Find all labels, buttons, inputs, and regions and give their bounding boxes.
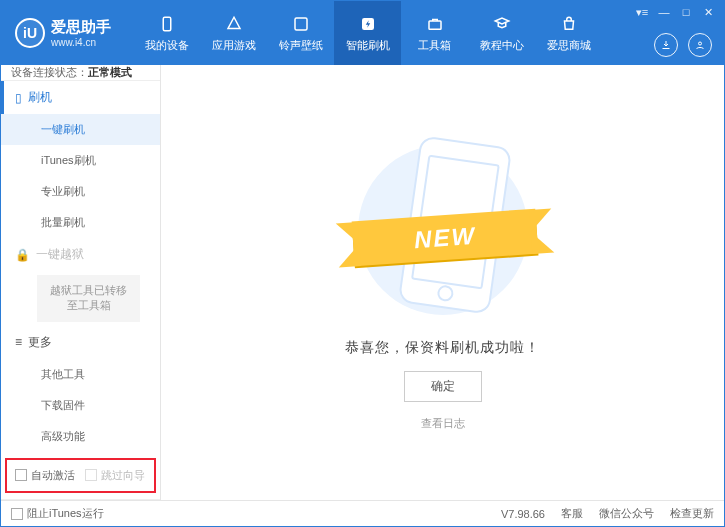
sidebar-item-other-tools[interactable]: 其他工具 xyxy=(1,359,160,390)
nav-toolbox[interactable]: 工具箱 xyxy=(401,1,468,65)
nav-apps[interactable]: 应用游戏 xyxy=(200,1,267,65)
footer: 阻止iTunes运行 V7.98.66 客服 微信公众号 检查更新 xyxy=(1,500,724,526)
sidebar-item-pro-flash[interactable]: 专业刷机 xyxy=(1,176,160,207)
connection-status: 设备连接状态：正常模式 xyxy=(1,65,160,81)
main-nav: 我的设备 应用游戏 铃声壁纸 智能刷机 工具箱 教程中心 xyxy=(133,1,602,65)
status-label: 设备连接状态： xyxy=(11,65,88,80)
logo-icon: iU xyxy=(15,18,45,48)
success-message: 恭喜您，保资料刷机成功啦！ xyxy=(345,339,540,357)
nav-mall[interactable]: 爱思商城 xyxy=(535,1,602,65)
tutorial-icon xyxy=(491,14,513,34)
nav-label: 工具箱 xyxy=(418,38,451,53)
minimize-button[interactable]: — xyxy=(654,4,674,20)
checkbox-label: 阻止iTunes运行 xyxy=(27,506,104,521)
checkbox-block-itunes[interactable]: 阻止iTunes运行 xyxy=(11,506,104,521)
group-title: 更多 xyxy=(28,334,52,351)
title-bar: iU 爱思助手 www.i4.cn 我的设备 应用游戏 铃声壁纸 智能刷机 xyxy=(1,1,724,65)
group-title: 刷机 xyxy=(28,89,52,106)
svg-rect-0 xyxy=(163,17,171,31)
checkbox-skip-guide[interactable]: 跳过向导 xyxy=(85,468,145,483)
wallpaper-icon xyxy=(290,14,312,34)
download-button[interactable] xyxy=(654,33,678,57)
header-actions xyxy=(654,33,712,57)
toolbox-icon xyxy=(424,14,446,34)
options-highlight: 自动激活 跳过向导 xyxy=(5,458,156,493)
group-title: 一键越狱 xyxy=(36,246,84,263)
sidebar-item-advanced[interactable]: 高级功能 xyxy=(1,421,160,452)
nav-label: 智能刷机 xyxy=(346,38,390,53)
jailbreak-note: 越狱工具已转移至工具箱 xyxy=(37,275,140,322)
app-subtitle: www.i4.cn xyxy=(51,37,111,48)
nav-my-device[interactable]: 我的设备 xyxy=(133,1,200,65)
logo-block: iU 爱思助手 www.i4.cn xyxy=(1,1,125,65)
footer-link-support[interactable]: 客服 xyxy=(561,506,583,521)
success-illustration: NEW xyxy=(343,135,543,325)
menu-button[interactable]: ▾≡ xyxy=(632,4,652,20)
svg-rect-3 xyxy=(429,21,441,29)
sidebar-item-oneclick-flash[interactable]: 一键刷机 xyxy=(1,114,160,145)
nav-label: 教程中心 xyxy=(480,38,524,53)
version-label: V7.98.66 xyxy=(501,508,545,520)
ok-button[interactable]: 确定 xyxy=(404,371,482,402)
sidebar-item-itunes-flash[interactable]: iTunes刷机 xyxy=(1,145,160,176)
checkbox-label: 跳过向导 xyxy=(101,468,145,483)
nav-label: 爱思商城 xyxy=(547,38,591,53)
checkbox-label: 自动激活 xyxy=(31,468,75,483)
main-content: NEW 恭喜您，保资料刷机成功啦！ 确定 查看日志 xyxy=(161,65,724,500)
device-icon xyxy=(156,14,178,34)
mall-icon xyxy=(558,14,580,34)
footer-link-update[interactable]: 检查更新 xyxy=(670,506,714,521)
close-button[interactable]: ✕ xyxy=(698,4,718,20)
status-value: 正常模式 xyxy=(88,65,132,80)
apps-icon xyxy=(223,14,245,34)
view-log-link[interactable]: 查看日志 xyxy=(421,416,465,431)
checkbox-auto-activate[interactable]: 自动激活 xyxy=(15,468,75,483)
flash-small-icon: ▯ xyxy=(15,91,22,105)
nav-flash[interactable]: 智能刷机 xyxy=(334,1,401,65)
nav-ringtone[interactable]: 铃声壁纸 xyxy=(267,1,334,65)
sidebar-group-flash[interactable]: ▯ 刷机 xyxy=(1,81,160,114)
sidebar-group-more[interactable]: ≡ 更多 xyxy=(1,326,160,359)
svg-point-4 xyxy=(699,42,702,45)
window-controls: ▾≡ — □ ✕ xyxy=(632,4,718,20)
user-button[interactable] xyxy=(688,33,712,57)
nav-label: 应用游戏 xyxy=(212,38,256,53)
app-title: 爱思助手 xyxy=(51,18,111,37)
list-icon: ≡ xyxy=(15,335,22,349)
flash-icon xyxy=(357,14,379,34)
sidebar: 设备连接状态：正常模式 ▯ 刷机 一键刷机 iTunes刷机 专业刷机 批量刷机… xyxy=(1,65,161,500)
sidebar-group-jailbreak: 🔒 一键越狱 xyxy=(1,238,160,271)
svg-rect-1 xyxy=(295,18,307,30)
nav-tutorial[interactable]: 教程中心 xyxy=(468,1,535,65)
sidebar-item-batch-flash[interactable]: 批量刷机 xyxy=(1,207,160,238)
lock-icon: 🔒 xyxy=(15,248,30,262)
maximize-button[interactable]: □ xyxy=(676,4,696,20)
footer-link-wechat[interactable]: 微信公众号 xyxy=(599,506,654,521)
nav-label: 铃声壁纸 xyxy=(279,38,323,53)
nav-label: 我的设备 xyxy=(145,38,189,53)
sidebar-item-download-firmware[interactable]: 下载固件 xyxy=(1,390,160,421)
